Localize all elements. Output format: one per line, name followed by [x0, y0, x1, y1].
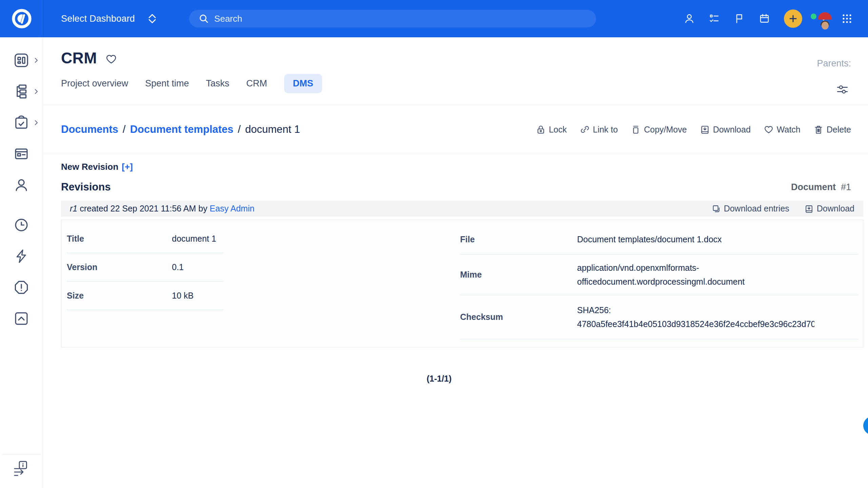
favorite-button[interactable] — [105, 53, 117, 65]
watch-button[interactable]: Watch — [764, 124, 801, 135]
copy-move-button[interactable]: Copy/Move — [631, 124, 687, 135]
document-toolbar: Documents / Document templates / documen… — [43, 105, 868, 154]
page-settings-button[interactable] — [835, 84, 850, 95]
select-dashboard[interactable]: Select Dashboard — [61, 13, 157, 24]
sidebar-item-projects[interactable] — [0, 76, 43, 107]
delete-button[interactable]: Delete — [813, 124, 851, 135]
modules-icon — [14, 146, 29, 162]
revision-meta-row: r1 created 22 Sep 2021 11:56 AM by Easy … — [61, 201, 863, 217]
detail-value: SHA256: 4780a5fee3f41b4e05103d9318524e36… — [577, 303, 814, 331]
download-entries-button[interactable]: Download entries — [711, 204, 789, 214]
sidebar-item-alerts[interactable] — [0, 272, 43, 303]
sidebar-item-time[interactable] — [0, 209, 43, 241]
search-bar[interactable] — [189, 10, 596, 27]
project-header: CRM Parents: Project overview Spent time… — [43, 37, 868, 105]
trash-icon — [813, 124, 824, 135]
revision-created-text: created 22 Sep 2021 11:56 AM by — [77, 204, 210, 213]
chevron-right-icon[interactable] — [33, 57, 39, 64]
alerts-icon — [14, 280, 29, 295]
breadcrumb-separator: / — [123, 123, 126, 136]
new-revision-add-link[interactable]: [+] — [122, 162, 133, 172]
user-menu[interactable] — [816, 15, 827, 22]
breadcrumb-documents[interactable]: Documents — [61, 123, 118, 136]
copy-entries-icon — [711, 204, 721, 214]
revision-author-link[interactable]: Easy Admin — [210, 204, 254, 213]
sliders-icon — [835, 84, 850, 95]
tab-dms[interactable]: DMS — [284, 74, 322, 93]
tab-project-overview[interactable]: Project overview — [61, 74, 128, 93]
sidebar-item-dashboard[interactable] — [0, 45, 43, 76]
chevron-right-icon[interactable] — [33, 119, 39, 126]
detail-label: Checksum — [460, 312, 577, 322]
details-table-right: File Document templates/document 1.docx … — [460, 225, 858, 339]
page-title: CRM — [61, 49, 97, 67]
details-table-left: Title document 1 Version 0.1 Size 10 kB — [67, 225, 223, 310]
sidebar-info-exit[interactable] — [2, 454, 41, 488]
chevron-right-icon[interactable] — [33, 88, 39, 95]
flag-icon — [734, 13, 745, 24]
sidebar-item-modules[interactable] — [0, 138, 43, 169]
calendar-button[interactable] — [759, 13, 770, 24]
document-number: #1 — [841, 182, 851, 192]
download-icon — [700, 124, 710, 135]
detail-label: File — [460, 235, 577, 244]
select-dashboard-label: Select Dashboard — [61, 14, 135, 24]
apps-grid-button[interactable] — [841, 13, 853, 25]
table-row: Version 0.1 — [67, 253, 223, 282]
activity-icon — [14, 248, 29, 264]
detail-value: document 1 — [172, 232, 216, 246]
link-to-label: Link to — [593, 125, 618, 135]
tab-spent-time[interactable]: Spent time — [145, 74, 189, 93]
table-row: Checksum SHA256: 4780a5fee3f41b4e05103d9… — [460, 295, 858, 339]
download-button[interactable]: Download — [700, 124, 751, 135]
revisions-heading: Revisions — [61, 181, 111, 193]
breadcrumb: Documents / Document templates / documen… — [61, 123, 300, 136]
sidebar-item-tasks[interactable] — [0, 107, 43, 138]
table-row: Mime application/vnd.openxmlformats-offi… — [460, 255, 858, 295]
link-to-button[interactable]: Link to — [580, 124, 618, 135]
revision-download-button[interactable]: Download — [804, 204, 854, 214]
checklist-icon — [709, 13, 720, 24]
main-content: CRM Parents: Project overview Spent time… — [43, 37, 868, 488]
new-revision-label: New Revision — [61, 162, 118, 172]
info-exit-icon — [13, 460, 30, 478]
lock-label: Lock — [549, 125, 567, 135]
search-input[interactable] — [214, 14, 587, 24]
document-reference: Document #1 — [791, 182, 851, 193]
double-chevron-icon — [148, 13, 157, 24]
delete-label: Delete — [827, 125, 851, 135]
online-status-dot — [811, 14, 816, 19]
updates-icon — [14, 311, 29, 326]
sidebar-item-users[interactable] — [0, 169, 43, 201]
table-row: Size 10 kB — [67, 282, 223, 310]
copy-move-icon — [631, 124, 641, 135]
revision-card: r1 created 22 Sep 2021 11:56 AM by Easy … — [61, 201, 863, 347]
detail-label: Version — [67, 262, 172, 272]
calendar-icon — [759, 13, 770, 24]
revision-meta: r1 created 22 Sep 2021 11:56 AM by Easy … — [70, 204, 254, 214]
tab-tasks[interactable]: Tasks — [206, 74, 229, 93]
flags-button[interactable] — [734, 13, 745, 24]
detail-label: Size — [67, 291, 172, 301]
download-label: Download — [713, 125, 751, 135]
breadcrumb-document-templates[interactable]: Document templates — [130, 123, 233, 136]
add-button[interactable] — [784, 9, 802, 28]
lock-button[interactable]: Lock — [536, 124, 567, 135]
apps-grid-icon — [841, 13, 853, 25]
watch-label: Watch — [777, 125, 801, 135]
lock-icon — [536, 124, 546, 135]
dashboard-icon — [14, 53, 29, 68]
user-button[interactable] — [684, 13, 695, 24]
breadcrumb-separator: / — [238, 123, 241, 136]
topbar: Select Dashboard — [0, 0, 868, 37]
sidebar-item-activity[interactable] — [0, 241, 43, 272]
sidebar-item-updates[interactable] — [0, 303, 43, 334]
tasks-button[interactable] — [709, 13, 720, 24]
link-icon — [580, 124, 590, 135]
tab-crm[interactable]: CRM — [246, 74, 267, 93]
app-logo[interactable] — [0, 0, 43, 37]
detail-label: Mime — [460, 270, 577, 280]
revision-tools: Download entries Download — [711, 204, 854, 214]
heart-icon — [764, 124, 774, 135]
project-tabs: Project overview Spent time Tasks CRM DM… — [61, 74, 851, 93]
